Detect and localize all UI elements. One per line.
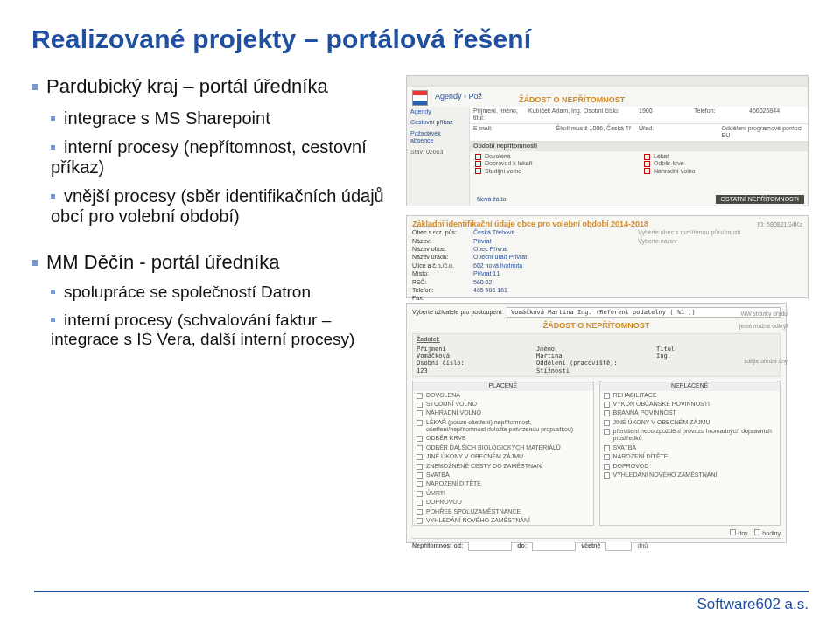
field-row: Obec s roz. půs:Česká TřebováVyberte obe…	[412, 229, 802, 237]
list-item: MM Děčín - portál úředníka spolupráce se…	[32, 251, 390, 349]
field-label: Nepřítomnost od:	[412, 542, 463, 549]
bullet-text: MM Děčín - portál úředníka	[46, 251, 280, 273]
breadcrumb: Agendy › Pož	[435, 92, 482, 101]
option-label: REHABILITACE	[613, 392, 657, 399]
checkbox-icon	[416, 509, 423, 515]
checkbox-row: VÝKON OBČANSKÉ POVINNOSTI	[600, 400, 780, 409]
sidebar-item: Stav: 02603	[407, 147, 469, 157]
option-label: VÝKON OBČANSKÉ POVINNOSTI	[613, 401, 710, 408]
field-hint: Vyberte obec s rozšířenou působností	[638, 229, 802, 236]
field-row: Příjmení, jméno, titul: Kubíček Adam, In…	[470, 107, 808, 124]
checkbox-row: NAROZENÍ DÍTĚTE	[600, 452, 780, 461]
field-value: 1900	[639, 108, 694, 122]
list-item: interní procesy (nepřítomnost, cestovní …	[51, 137, 390, 178]
option-label: NAROZENÍ DÍTĚTE	[613, 453, 668, 460]
checkbox-row: POHŘEB SPOLUZAMĚSTNANCE	[413, 507, 593, 516]
new-link: Nová žádo	[477, 196, 506, 203]
unpaid-box: NEPLACENÉ REHABILITACEVÝKON OBČANSKÉ POV…	[599, 381, 781, 526]
checkbox-row: NAROZENÍ DÍTĚTE	[413, 479, 593, 488]
option-label: BRANNÁ POVINNOST	[613, 409, 676, 416]
field-label: Ulice a č.p./č.o.	[412, 262, 473, 269]
option-label: VYHLEDÁNÍ NOVÉHO ZAMĚSTNÁNÍ	[426, 517, 530, 524]
checkbox-icon	[604, 420, 610, 426]
bullet-text: spolupráce se společností Datron	[64, 283, 311, 301]
checkbox-icon	[416, 500, 423, 506]
checkbox-row: VYHLEDÁNÍ NOVÉHO ZAMĚSTNÁNÍ	[600, 471, 780, 479]
option-label: NÁHRADNÍ VOLNO	[426, 409, 481, 416]
option-label: JINÉ ÚKONY V OBECNÉM ZÁJMU	[613, 419, 710, 426]
checkbox-row: SVATBA	[413, 471, 593, 479]
field-row: Ulice a č.p./č.o.602 nová hodnota	[412, 262, 802, 269]
checkbox-icon	[416, 454, 423, 460]
option-label: přerušení nebo zpoždění provozu hromadný…	[613, 428, 777, 443]
checkbox-row: BRANNÁ POVINNOST	[600, 409, 780, 417]
option-label: ÚMRTÍ	[426, 490, 445, 497]
checkbox-icon	[644, 168, 650, 174]
checkbox-icon	[416, 420, 423, 426]
checkbox-icon	[475, 161, 481, 167]
checkbox-row: LÉKAŘ (pouze ošetření) nepřítomnost, oše…	[413, 418, 593, 435]
field-label: Úřad:	[639, 125, 722, 140]
checkbox-icon	[416, 436, 423, 442]
checkbox-row: přerušení nebo zpoždění provozu hromadný…	[600, 427, 780, 444]
option-label: NAROZENÍ DÍTĚTE	[426, 480, 481, 487]
bullet-column: Pardubický kraj – portál úředníka integr…	[32, 75, 390, 374]
option-label: DOPROVOD	[426, 499, 462, 506]
checkbox-row: STUDIJNÍ VOLNO	[413, 400, 593, 409]
checkbox-row: Dovolená	[475, 153, 634, 160]
bullet-icon	[51, 116, 55, 121]
field-value: 465 585 161	[473, 287, 802, 294]
checkbox-icon	[604, 472, 610, 479]
checkbox-icon	[416, 464, 423, 470]
bullet-icon	[51, 194, 55, 199]
field-value: Obec Přívrat	[473, 246, 802, 253]
field-value: Školí musíš 1006, Česká Tř	[556, 125, 640, 140]
checkbox-icon	[730, 529, 736, 535]
sidebar-item: Agendy	[407, 107, 469, 117]
option-label: VYHLEDÁNÍ NOVÉHO ZAMĚSTNÁNÍ	[613, 472, 718, 479]
checkbox-row: DOVOLENÁ	[413, 391, 593, 400]
section-header: Období nepřítomnosti	[470, 142, 808, 151]
sidebar: Agendy Cestovní příkaz Požadavek absence…	[407, 107, 470, 206]
checkbox-icon	[604, 393, 610, 399]
checkbox-row: ODBĚR DALŠÍCH BIOLOGICKÝCH MATERIÁLŮ	[413, 444, 593, 452]
field-value: Obecní úřad Přívrat	[473, 254, 802, 261]
bullet-icon	[51, 318, 55, 322]
option-label: SVATBA	[426, 472, 450, 479]
field-row: Fax:	[412, 295, 802, 303]
field-label: Telefon:	[412, 287, 473, 294]
cutoff-text: WW stránky úřadu	[741, 311, 788, 318]
applicant-block: Žadatel: PříjmeníJménoTitul VomáčkováMar…	[412, 333, 780, 377]
checkbox-icon	[416, 481, 423, 487]
checkbox-row: Odběr krve	[644, 160, 802, 167]
field-label: Místo:	[412, 270, 473, 277]
field-label: Název úřadu:	[412, 254, 473, 261]
option-label: STUDIJNÍ VOLNO	[426, 401, 477, 408]
checkbox-icon	[604, 410, 610, 416]
field-value: Česká Třebová	[473, 229, 638, 236]
checkbox-row: ODBĚR KRVE	[413, 434, 593, 443]
checkbox-row: REHABILITACE	[600, 391, 780, 400]
form-title: ŽÁDOST O NEPŘÍTOMNOST	[512, 92, 632, 108]
bullet-text: integrace s MS Sharepoint	[64, 108, 270, 128]
checkbox-icon	[475, 168, 481, 174]
checkbox-icon	[644, 154, 650, 160]
checkbox-row: Náhradní volno	[644, 168, 802, 175]
bullet-icon	[51, 290, 55, 294]
checkbox-icon	[604, 454, 610, 460]
field-value: Kubíček Adam, Ing.	[528, 108, 584, 122]
checkbox-icon	[604, 445, 610, 451]
field-label: Příjmení, jméno, titul:	[473, 108, 528, 122]
field-label: dnů	[637, 542, 648, 549]
date-input	[468, 542, 512, 551]
box-header: NEPLACENÉ	[600, 381, 780, 390]
sidebar-item: Cestovní příkaz	[407, 117, 469, 128]
select-value: Vomáčková Martina Ing. (Referent podatel…	[507, 307, 780, 318]
checkbox-icon	[604, 429, 610, 435]
option-label: SVATBA	[613, 444, 637, 451]
field-row: PSČ:560 02	[412, 278, 802, 286]
paid-box: PLACENÉ DOVOLENÁSTUDIJNÍ VOLNONÁHRADNÍ V…	[412, 381, 594, 526]
option-label: LÉKAŘ (pouze ošetření) nepřítomnost, oše…	[426, 419, 590, 434]
option-label: ODBĚR KRVE	[426, 435, 466, 442]
sidebar-item: Požadavek absence	[407, 129, 469, 147]
